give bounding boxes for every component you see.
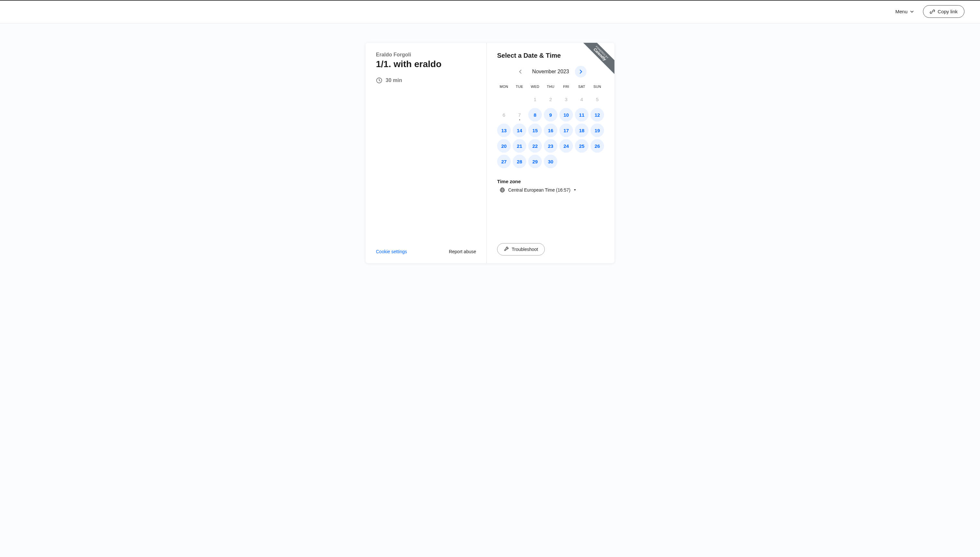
timezone-section: Time zone Central European Time (16:57) bbox=[497, 179, 604, 192]
clock-icon bbox=[376, 77, 382, 84]
day-28[interactable]: 28 bbox=[513, 155, 526, 168]
day-6: 6 bbox=[497, 108, 511, 122]
troubleshoot-button[interactable]: Troubleshoot bbox=[497, 243, 545, 256]
wrench-icon bbox=[504, 247, 509, 252]
timezone-selector[interactable]: Central European Time (16:57) bbox=[500, 187, 576, 192]
day-14[interactable]: 14 bbox=[513, 124, 526, 137]
select-date-title: Select a Date & Time bbox=[497, 52, 604, 59]
link-icon bbox=[930, 9, 935, 14]
month-navigation: November 2023 bbox=[497, 66, 604, 78]
topbar: Menu Copy link bbox=[0, 0, 980, 23]
day-header: SAT bbox=[575, 83, 588, 90]
topbar-border bbox=[0, 0, 980, 1]
chevron-down-icon bbox=[910, 10, 914, 14]
day-5: 5 bbox=[590, 93, 604, 106]
day-3: 3 bbox=[559, 93, 573, 106]
copy-link-button[interactable]: Copy link bbox=[923, 5, 964, 18]
day-11[interactable]: 11 bbox=[575, 108, 588, 122]
caret-down-icon bbox=[574, 189, 576, 191]
day-17[interactable]: 17 bbox=[559, 124, 573, 137]
event-title: 1/1. with eraldo bbox=[376, 59, 476, 69]
next-month-button[interactable] bbox=[575, 66, 587, 78]
menu-button[interactable]: Menu bbox=[892, 6, 918, 17]
day-18[interactable]: 18 bbox=[575, 124, 588, 137]
globe-icon bbox=[500, 187, 505, 192]
day-20[interactable]: 20 bbox=[497, 139, 511, 153]
event-details-panel: Eraldo Forgoli 1/1. with eraldo 30 min C… bbox=[366, 43, 487, 263]
chevron-right-icon bbox=[579, 69, 583, 74]
timezone-value: Central European Time (16:57) bbox=[508, 187, 570, 192]
duration-text: 30 min bbox=[386, 78, 402, 83]
day-23[interactable]: 23 bbox=[544, 139, 557, 153]
cookie-settings-link[interactable]: Cookie settings bbox=[376, 249, 407, 254]
day-header: FRI bbox=[559, 83, 573, 90]
troubleshoot-label: Troubleshoot bbox=[512, 247, 538, 252]
chevron-left-icon bbox=[518, 69, 523, 74]
main-container: Eraldo Forgoli 1/1. with eraldo 30 min C… bbox=[0, 23, 980, 276]
day-7: 7 bbox=[513, 108, 526, 122]
booking-card: Eraldo Forgoli 1/1. with eraldo 30 min C… bbox=[366, 43, 614, 263]
prev-month-button[interactable] bbox=[515, 66, 526, 78]
day-26[interactable]: 26 bbox=[590, 139, 604, 153]
day-8[interactable]: 8 bbox=[528, 108, 542, 122]
day-header: TUE bbox=[513, 83, 526, 90]
host-name: Eraldo Forgoli bbox=[376, 52, 476, 58]
date-picker-panel: Select a Date & Time November 2023 MONTU… bbox=[487, 43, 614, 263]
day-27[interactable]: 27 bbox=[497, 155, 511, 168]
day-1: 1 bbox=[528, 93, 542, 106]
day-4: 4 bbox=[575, 93, 588, 106]
day-header: SUN bbox=[590, 83, 604, 90]
day-12[interactable]: 12 bbox=[590, 108, 604, 122]
day-22[interactable]: 22 bbox=[528, 139, 542, 153]
day-19[interactable]: 19 bbox=[590, 124, 604, 137]
day-header: WED bbox=[528, 83, 542, 90]
right-footer: Troubleshoot bbox=[497, 243, 604, 256]
day-header: THU bbox=[544, 83, 557, 90]
left-footer: Cookie settings Report abuse bbox=[376, 249, 476, 254]
day-30[interactable]: 30 bbox=[544, 155, 557, 168]
day-16[interactable]: 16 bbox=[544, 124, 557, 137]
day-9[interactable]: 9 bbox=[544, 108, 557, 122]
day-2: 2 bbox=[544, 93, 557, 106]
copy-link-label: Copy link bbox=[938, 9, 958, 14]
report-abuse-link[interactable]: Report abuse bbox=[449, 249, 476, 254]
day-21[interactable]: 21 bbox=[513, 139, 526, 153]
day-25[interactable]: 25 bbox=[575, 139, 588, 153]
day-13[interactable]: 13 bbox=[497, 124, 511, 137]
calendar-grid: MONTUEWEDTHUFRISATSUN1234567891011121314… bbox=[497, 83, 604, 168]
month-label: November 2023 bbox=[532, 69, 569, 75]
day-15[interactable]: 15 bbox=[528, 124, 542, 137]
day-29[interactable]: 29 bbox=[528, 155, 542, 168]
day-24[interactable]: 24 bbox=[559, 139, 573, 153]
timezone-label: Time zone bbox=[497, 179, 604, 184]
day-10[interactable]: 10 bbox=[559, 108, 573, 122]
menu-label: Menu bbox=[895, 9, 908, 14]
duration-row: 30 min bbox=[376, 77, 476, 84]
day-header: MON bbox=[497, 83, 511, 90]
